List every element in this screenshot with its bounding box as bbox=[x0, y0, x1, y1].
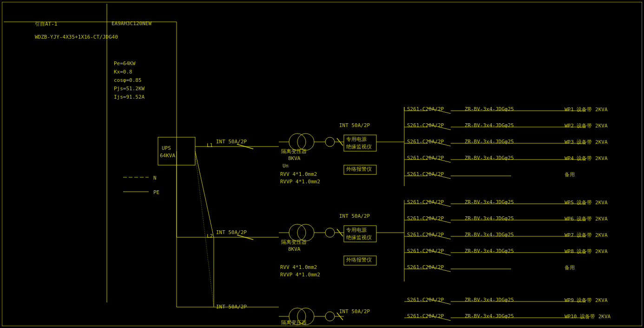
br8-cable: ZR-BV-3x4-JDGφ25 bbox=[465, 232, 514, 238]
br7-wp: WP6 设备带 2KVA bbox=[565, 215, 608, 222]
breaker-t1-sub: INT 50A/2P bbox=[339, 122, 370, 128]
trans1-label: 隔离变压器 bbox=[281, 148, 307, 155]
kx-label: Kx=0.8 bbox=[114, 69, 132, 75]
pe-label: Pe=64KW bbox=[114, 60, 135, 67]
br6-breaker: S261-C20A/2P bbox=[407, 199, 444, 205]
breaker-l2-main: INT 50A/2P bbox=[216, 229, 247, 235]
br2-cable: ZR-BV-3x4-JDGφ25 bbox=[465, 122, 514, 128]
br9-breaker: S261-C20A/2P bbox=[407, 248, 444, 254]
cable-rvvp1: RVVP 4*1.0mm2 bbox=[280, 179, 320, 185]
ref-label: 引自AT-1 bbox=[35, 20, 58, 27]
br9-cable: ZR-BV-3x4-JDGφ25 bbox=[465, 248, 514, 254]
br12-cable: ZR-BV-3x4-JDGφ25 bbox=[465, 313, 514, 319]
trans3-label: 隔离变压器 bbox=[281, 319, 307, 326]
br4-wp: WP4 设备带 2KVA bbox=[565, 155, 608, 162]
ups-label: UPS bbox=[162, 145, 171, 151]
cable-type-label: WDZB-YJY-4X35+1X16-CT/JDG40 bbox=[35, 34, 118, 40]
br10-breaker: S261-C20A/2P bbox=[407, 264, 444, 270]
breaker-t3-sub: INT 50A/2P bbox=[339, 308, 370, 315]
breaker-l1-main: INT 50A/2P bbox=[216, 139, 247, 145]
pjs-label: Pjs=51.2KW bbox=[114, 86, 145, 92]
br1-breaker: S261-C20A/2P bbox=[407, 106, 444, 112]
br11-wp: WP9 设备带 2KVA bbox=[565, 297, 608, 304]
breaker-t2-sub: INT 50A/2P bbox=[339, 213, 370, 219]
cable-rvv2: RVV 4*1.0mm2 bbox=[280, 264, 317, 270]
br5-breaker: S261-C20A/2P bbox=[407, 171, 444, 177]
diagram-border bbox=[2, 2, 642, 326]
br11-cable: ZR-BV-3x4-JDGφ25 bbox=[465, 297, 514, 303]
cos-label: cosφ=0.85 bbox=[114, 77, 142, 83]
breaker-l3-main: INT 50A/2P bbox=[216, 304, 247, 310]
br4-breaker: S261-C20A/2P bbox=[407, 155, 444, 161]
br6-wp: WP5 设备带 2KVA bbox=[565, 199, 608, 206]
device2-sub: 绝缘监视仪 bbox=[346, 234, 372, 241]
ijs-label: Ijs=91.52A bbox=[114, 94, 145, 100]
br1-wp: WP1 设备带 2KVA bbox=[565, 106, 608, 113]
pe-legend: PE bbox=[153, 189, 159, 195]
l1-label: L1 bbox=[207, 142, 213, 148]
br3-breaker: S261-C20A/2P bbox=[407, 139, 444, 145]
br7-cable: ZR-BV-3x4-JDGφ25 bbox=[465, 215, 514, 221]
alarm1-label: 外络报警仪 bbox=[346, 166, 372, 173]
device1-label: 专用电源 bbox=[346, 136, 367, 143]
br1-cable: ZR-BV-3x4-JDGφ25 bbox=[465, 106, 514, 112]
br2-breaker: S261-C20A/2P bbox=[407, 122, 444, 128]
device1-sub: 绝缘监视仪 bbox=[346, 143, 372, 150]
alarm2-label: 外络报警仪 bbox=[346, 256, 372, 263]
trans2-label: 隔离变压器 bbox=[281, 239, 307, 246]
br5-spare: 备用 bbox=[565, 171, 575, 178]
br3-cable: ZR-BV-3x4-JDGφ25 bbox=[465, 139, 514, 145]
trans1-kva: 8KVA bbox=[288, 155, 301, 161]
un-label: Un bbox=[283, 163, 289, 169]
br8-wp: WP7 设备带 2KVA bbox=[565, 232, 608, 239]
ups-kva-label: 64KVA bbox=[160, 153, 175, 159]
br8-breaker: S261-C20A/2P bbox=[407, 232, 444, 238]
device2-label: 专用电源 bbox=[346, 227, 367, 234]
br2-wp: WP2 设备带 2KVA bbox=[565, 122, 608, 129]
cable-rvvp2: RVVP 4*1.0mm2 bbox=[280, 272, 320, 278]
title-label: EA9AH3C120NEW bbox=[112, 20, 151, 27]
br7-breaker: S261-C20A/2P bbox=[407, 215, 444, 221]
trans2-kva: 8KVA bbox=[288, 246, 301, 252]
br9-wp: WP8 设备带 2KVA bbox=[565, 248, 608, 255]
n-legend: N bbox=[153, 175, 157, 181]
br12-wp: WP10 设备带 2KVA bbox=[565, 313, 611, 320]
br4-cable: ZR-BV-3x4-JDGφ25 bbox=[465, 155, 514, 161]
br3-wp: WP3 设备带 2KVA bbox=[565, 139, 608, 146]
diagram-canvas: 引自AT-1 EA9AH3C120NEW WDZB-YJY-4X35+1X16-… bbox=[0, 0, 644, 328]
br6-cable: ZR-BV-3x4-JDGφ25 bbox=[465, 199, 514, 205]
br11-breaker: S261-C20A/2P bbox=[407, 297, 444, 303]
cable-rvv1: RVV 4*1.0mm2 bbox=[280, 171, 317, 177]
l2-label: L2 bbox=[207, 233, 213, 239]
br12-breaker: S261-C20A/2P bbox=[407, 313, 444, 319]
br10-spare: 备用 bbox=[565, 264, 575, 271]
